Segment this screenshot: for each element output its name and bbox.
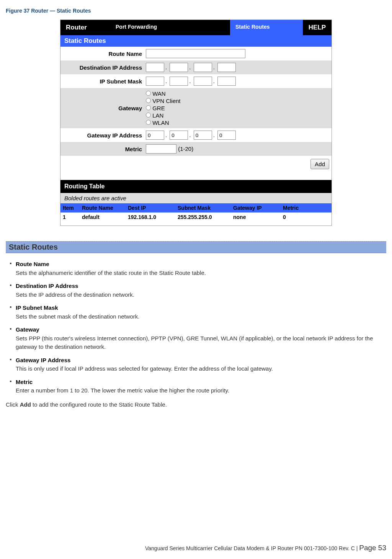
dot-icon: .	[165, 78, 167, 84]
dest-ip-octet-1[interactable]	[146, 63, 164, 72]
gateway-label: Gateway	[63, 105, 145, 111]
row-route-name: Route Name	[60, 47, 332, 60]
bullet-title: IP Subnet Mask	[16, 304, 58, 311]
gateway-radio-lan[interactable]: LAN	[146, 112, 329, 119]
dot-icon: .	[189, 64, 191, 70]
gateway-opt-gre-label: GRE	[152, 105, 165, 111]
routing-table-header: Item Route Name Dest IP Subnet Mask Gate…	[60, 203, 332, 212]
dot-icon: .	[189, 78, 191, 84]
bullet-text: Sets the subnet mask of the destination …	[16, 313, 140, 320]
add-button[interactable]: Add	[310, 159, 329, 169]
routing-table-title: Routing Table	[60, 180, 332, 193]
subnet-mask-label: IP Subnet Mask	[63, 78, 145, 85]
section-header-static-routes: Static Routes	[60, 35, 332, 47]
subnet-octet-3[interactable]	[194, 77, 212, 86]
dot-icon: .	[213, 64, 215, 70]
gateway-radio-wan[interactable]: WAN	[146, 90, 329, 97]
page-number: Page 53	[359, 544, 386, 552]
gw-ip-octet-4[interactable]	[217, 131, 236, 140]
subnet-octet-4[interactable]	[217, 77, 236, 86]
col-header-dest: Dest IP	[126, 203, 175, 212]
list-item: • IP Subnet Mask Sets the subnet mask of…	[6, 304, 386, 321]
bullet-text: This is only used if local IP address wa…	[16, 365, 273, 372]
gateway-opt-wlan-label: WLAN	[152, 119, 169, 126]
dest-ip-label: Destination IP Address	[63, 64, 145, 71]
gateway-opt-lan-label: LAN	[152, 112, 163, 119]
routing-table-note: Bolded routes are active	[60, 193, 332, 203]
nav-tabs: Router Port Forwarding Static Routes HEL…	[60, 20, 332, 35]
subnet-octet-2[interactable]	[170, 77, 188, 86]
bullet-icon: •	[6, 282, 16, 299]
metric-input[interactable]	[146, 144, 176, 154]
gateway-opt-vpn-label: VPN Client	[152, 98, 180, 104]
metric-label: Metric	[63, 146, 145, 152]
row-dest-ip: Destination IP Address . . .	[60, 60, 332, 74]
cell-metric: 0	[281, 212, 307, 222]
dot-icon: .	[213, 78, 215, 84]
bullet-icon: •	[6, 304, 16, 321]
bullet-icon: •	[6, 378, 16, 395]
col-header-mask: Subnet Mask	[175, 203, 231, 212]
bullet-icon: •	[6, 356, 16, 373]
gw-ip-octet-3[interactable]	[194, 131, 212, 140]
bullet-title: Destination IP Address	[16, 283, 78, 289]
metric-hint: (1-20)	[178, 145, 193, 152]
bullet-title: Metric	[16, 379, 33, 385]
dot-icon: .	[213, 132, 215, 138]
router-ui-screenshot: Router Port Forwarding Static Routes HEL…	[60, 20, 332, 226]
cell-item: 1	[60, 212, 80, 222]
cell-gw: none	[231, 212, 281, 222]
row-metric: Metric (1-20)	[60, 142, 332, 156]
gateway-radio-gre[interactable]: GRE	[146, 105, 329, 111]
tab-help[interactable]: HELP	[303, 20, 332, 35]
bullet-text: Sets the alphanumeric identifier of the …	[16, 270, 206, 276]
bullet-icon: •	[6, 260, 16, 277]
footer-doc-title: Vanguard Series Multicarrier Cellular Da…	[145, 545, 355, 551]
cell-name: default	[80, 212, 126, 222]
list-item: • Metric Enter a number from 1 to 20. Th…	[6, 378, 386, 395]
cell-dest: 192.168.1.0	[126, 212, 175, 222]
nav-router-label: Router	[60, 20, 110, 35]
subnet-octet-1[interactable]	[146, 77, 164, 86]
description-heading: Static Routes	[6, 241, 386, 253]
add-button-row: Add	[60, 156, 332, 172]
add-instruction-text: Click Add to add the configured route to…	[6, 400, 386, 409]
bullet-title: Gateway	[16, 326, 39, 333]
list-item: • Gateway IP Address This is only used i…	[6, 356, 386, 373]
bullet-title: Route Name	[16, 261, 49, 267]
gateway-radio-wlan[interactable]: WLAN	[146, 119, 329, 126]
gw-ip-octet-1[interactable]	[146, 131, 164, 140]
gw-ip-octet-2[interactable]	[170, 131, 188, 140]
route-name-input[interactable]	[146, 49, 245, 58]
gateway-ip-label: Gateway IP Address	[63, 132, 145, 139]
col-header-gw: Gateway IP	[231, 203, 281, 212]
tab-static-routes[interactable]: Static Routes	[230, 20, 303, 35]
dot-icon: .	[165, 64, 167, 70]
gateway-opt-wan-label: WAN	[152, 90, 165, 97]
route-name-label: Route Name	[63, 51, 145, 57]
gateway-radio-vpn[interactable]: VPN Client	[146, 98, 329, 104]
row-gateway: Gateway WAN VPN Client GRE LAN WLAN	[60, 88, 332, 128]
figure-caption: Figure 37 Router — Static Routes	[6, 8, 386, 14]
bullet-text: Enter a number from 1 to 20. The lower t…	[16, 387, 229, 394]
dot-icon: .	[165, 132, 167, 138]
list-item: • Gateway Sets PPP (this router's wirele…	[6, 325, 386, 351]
col-header-name: Route Name	[80, 203, 126, 212]
dot-icon: .	[189, 132, 191, 138]
dest-ip-octet-3[interactable]	[194, 63, 212, 72]
bullet-text: Sets the IP address of the destination n…	[16, 291, 134, 298]
tab-port-forwarding[interactable]: Port Forwarding	[110, 20, 230, 35]
bullet-text: Sets PPP (this router's wireless Interne…	[16, 335, 373, 350]
list-item: • Destination IP Address Sets the IP add…	[6, 282, 386, 299]
row-subnet-mask: IP Subnet Mask . . .	[60, 74, 332, 88]
cell-mask: 255.255.255.0	[175, 212, 231, 222]
bullet-icon: •	[6, 325, 16, 351]
page-footer: Vanguard Series Multicarrier Cellular Da…	[145, 544, 386, 552]
bullet-title: Gateway IP Address	[16, 357, 70, 363]
dest-ip-octet-4[interactable]	[217, 63, 236, 72]
table-row: 1 default 192.168.1.0 255.255.255.0 none…	[60, 212, 332, 222]
list-item: • Route Name Sets the alphanumeric ident…	[6, 260, 386, 277]
col-header-metric: Metric	[281, 203, 307, 212]
dest-ip-octet-2[interactable]	[170, 63, 188, 72]
row-gateway-ip: Gateway IP Address . . .	[60, 128, 332, 142]
